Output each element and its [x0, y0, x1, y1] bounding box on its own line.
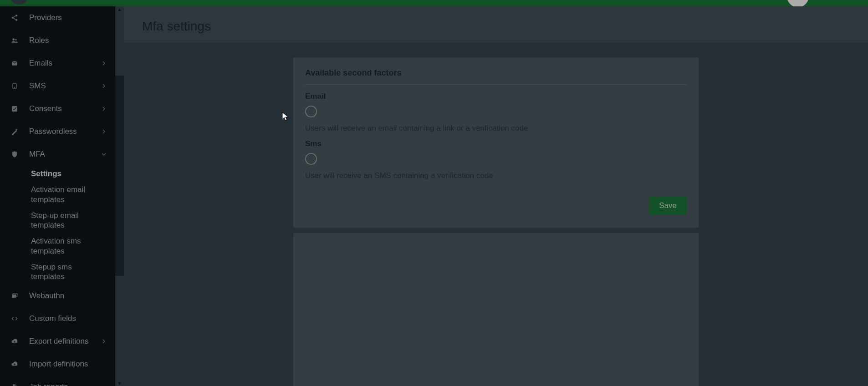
sidebar-scrollbar-track[interactable]: ▲ ▼ — [115, 6, 124, 386]
sidebar-item-webauthn[interactable]: Webauthn — [0, 284, 115, 307]
mobile-icon — [10, 81, 19, 91]
scroll-down-button[interactable]: ▼ — [115, 381, 124, 386]
factor-label: Sms — [305, 139, 687, 148]
card-second-factors: Available second factors Email Users wil… — [293, 57, 699, 228]
sidebar-item-custom-fields[interactable]: Custom fields — [0, 307, 115, 330]
sidebar-sub-stepup-sms[interactable]: Stepup sms templates — [0, 259, 115, 285]
save-button[interactable]: Save — [649, 197, 687, 215]
svg-point-3 — [12, 38, 15, 41]
page-title: Mfa settings — [142, 19, 850, 34]
sidebar-sub-settings[interactable]: Settings — [0, 166, 115, 182]
chevron-right-icon — [101, 106, 107, 112]
shield-icon — [10, 150, 19, 159]
sidebar-item-passwordless[interactable]: Passwordless — [0, 120, 115, 143]
card-empty — [293, 233, 699, 386]
factor-email: Email Users will receive an email contai… — [305, 92, 687, 133]
sidebar-item-sms[interactable]: SMS — [0, 75, 115, 97]
envelope-icon — [10, 59, 19, 68]
factor-help: Users will receive an email containing a… — [305, 124, 687, 133]
top-bar — [0, 0, 868, 6]
page-header: Mfa settings — [124, 6, 868, 43]
toggle-email[interactable] — [305, 106, 317, 117]
file-icon — [10, 382, 19, 386]
sidebar-sub-label: Activation email templates — [31, 185, 85, 203]
svg-point-1 — [15, 15, 17, 16]
sidebar-sub-activation-email[interactable]: Activation email templates — [0, 182, 115, 208]
magic-icon — [10, 127, 19, 136]
sidebar-item-label: Consents — [29, 104, 62, 113]
chevron-down-icon — [101, 151, 107, 157]
sidebar-item-emails[interactable]: Emails — [0, 52, 115, 75]
chevron-right-icon — [101, 128, 107, 135]
sidebar-item-export-definitions[interactable]: Export definitions — [0, 330, 115, 353]
sidebar-item-import-definitions[interactable]: Import definitions — [0, 353, 115, 376]
sidebar-item-label: Import definitions — [29, 360, 88, 369]
svg-point-0 — [12, 17, 14, 19]
sidebar-sub-label: Stepup sms templates — [31, 263, 72, 281]
sidebar-item-label: Roles — [29, 36, 49, 45]
svg-point-6 — [14, 87, 15, 88]
check-square-icon — [10, 104, 19, 113]
sidebar-item-label: MFA — [29, 150, 45, 159]
sidebar-item-job-reports[interactable]: Job reports — [0, 376, 115, 386]
scroll-up-button[interactable]: ▲ — [115, 6, 124, 12]
sidebar-item-roles[interactable]: Roles — [0, 29, 115, 52]
cloud-upload-icon — [10, 360, 19, 369]
factor-help: User will receive an SMS containing a ve… — [305, 171, 687, 180]
card-title: Available second factors — [305, 68, 687, 85]
sidebar-scrollbar-thumb[interactable] — [115, 76, 124, 276]
svg-point-4 — [15, 39, 17, 41]
users-icon — [10, 36, 19, 45]
sidebar-item-label: SMS — [29, 81, 46, 91]
sidebar-item-label: Passwordless — [29, 127, 77, 136]
sidebar-item-label: Providers — [29, 13, 62, 22]
main-area: Mfa settings Available second factors Em… — [124, 6, 868, 386]
chevron-right-icon — [101, 338, 107, 345]
sidebar-item-label: Emails — [29, 59, 52, 68]
sidebar-item-label: Job reports — [29, 382, 68, 386]
sidebar-item-label: Webauthn — [29, 291, 64, 300]
svg-point-2 — [15, 19, 17, 21]
sidebar-sub-mfa: Settings Activation email templates Step… — [0, 166, 115, 284]
sidebar-sub-label: Step-up email templates — [31, 211, 79, 229]
cards-icon — [10, 291, 19, 300]
content-body: Available second factors Email Users wil… — [124, 43, 868, 386]
sidebar-item-label: Export definitions — [29, 337, 88, 346]
code-icon — [10, 314, 19, 323]
toggle-sms[interactable] — [305, 153, 317, 165]
sidebar-sub-label: Settings — [31, 169, 61, 178]
card-actions: Save — [305, 197, 687, 215]
cloud-download-icon — [10, 337, 19, 346]
svg-rect-8 — [12, 295, 16, 298]
chevron-right-icon — [101, 60, 107, 66]
share-icon — [10, 13, 19, 22]
sidebar-item-consents[interactable]: Consents — [0, 97, 115, 120]
sidebar-item-label: Custom fields — [29, 314, 76, 323]
sidebar-sub-label: Activation sms templates — [31, 237, 81, 255]
chevron-right-icon — [101, 83, 107, 89]
factor-label: Email — [305, 92, 687, 101]
sidebar: Providers Roles Emails SMS — [0, 6, 115, 386]
sidebar-item-providers[interactable]: Providers — [0, 6, 115, 29]
sidebar-item-mfa[interactable]: MFA — [0, 143, 115, 166]
factor-sms: Sms User will receive an SMS containing … — [305, 139, 687, 180]
sidebar-sub-stepup-email[interactable]: Step-up email templates — [0, 208, 115, 234]
sidebar-sub-activation-sms[interactable]: Activation sms templates — [0, 233, 115, 259]
